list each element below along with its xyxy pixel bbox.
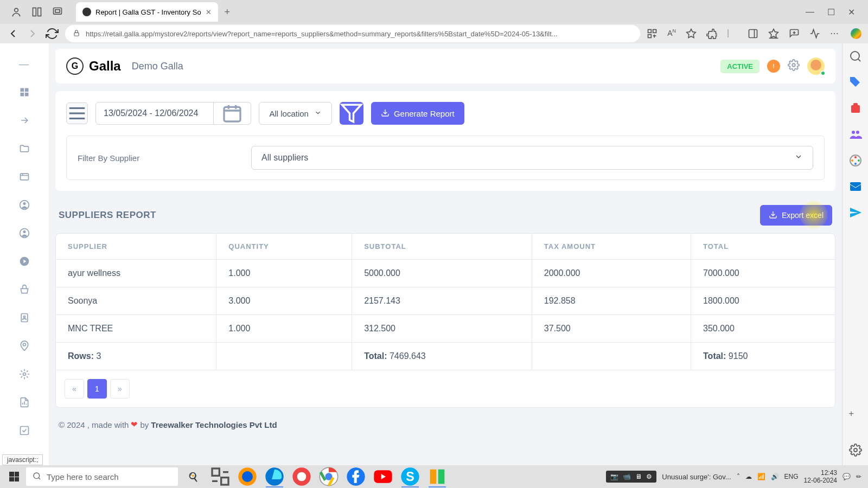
app-icon[interactable] xyxy=(647,28,658,39)
notification-icon[interactable]: 💬 xyxy=(843,473,851,480)
collapse-icon[interactable]: — xyxy=(19,59,30,69)
office-icon[interactable] xyxy=(849,154,862,167)
date-range-input[interactable]: 13/05/2024 - 12/06/2024 xyxy=(95,102,251,125)
svg-point-50 xyxy=(34,473,40,479)
tab-close-icon[interactable]: ✕ xyxy=(206,8,212,16)
media-icon[interactable] xyxy=(19,171,30,182)
date-range-text: 13/05/2024 - 12/06/2024 xyxy=(104,108,198,118)
maximize-icon[interactable]: ☐ xyxy=(827,7,835,17)
firefox-icon[interactable] xyxy=(237,466,258,487)
edge-icon[interactable] xyxy=(264,466,285,487)
tray-dark[interactable]: 📷 📹 🖥 ⚙ xyxy=(606,471,656,483)
record-icon[interactable] xyxy=(291,466,312,487)
page-next[interactable]: » xyxy=(110,379,130,399)
page-prev[interactable]: « xyxy=(65,379,84,399)
add-sidebar-icon[interactable]: + xyxy=(849,409,862,422)
location-icon[interactable] xyxy=(19,341,30,351)
tray-chevron-icon[interactable]: ˄ xyxy=(737,473,740,480)
url-text: https://retail.galla.app/mystorev2/repor… xyxy=(86,30,558,38)
chrome-icon[interactable] xyxy=(318,466,340,487)
pen-icon[interactable]: ✏ xyxy=(856,473,861,480)
svg-rect-4 xyxy=(55,10,60,12)
basket-icon[interactable] xyxy=(19,284,30,295)
refresh-icon[interactable] xyxy=(46,27,59,40)
check-icon[interactable] xyxy=(19,425,30,436)
minimize-icon[interactable]: — xyxy=(806,7,814,17)
svg-rect-29 xyxy=(25,88,29,92)
collections-icon[interactable] xyxy=(789,28,800,39)
notification-badge[interactable]: ! xyxy=(767,60,780,73)
volume-icon[interactable]: 🔊 xyxy=(771,473,779,480)
page-current[interactable]: 1 xyxy=(87,379,107,399)
copyright: © 2024 , made with xyxy=(59,420,129,429)
cooking-app-icon[interactable]: 🍳 xyxy=(182,466,204,487)
browser-tab[interactable]: Report | Galla GST - Inventory So ✕ xyxy=(76,2,218,22)
copilot-icon[interactable] xyxy=(851,28,861,39)
supplier-select[interactable]: All suppliers xyxy=(251,146,813,170)
tab-overview-icon[interactable] xyxy=(52,7,63,17)
tools-icon[interactable] xyxy=(849,102,862,115)
folder-icon[interactable] xyxy=(19,143,30,154)
people-icon[interactable] xyxy=(849,128,862,141)
location-text: All location xyxy=(269,109,309,118)
settings-icon[interactable] xyxy=(19,369,30,380)
menu-button[interactable] xyxy=(66,102,88,124)
favorite-icon[interactable] xyxy=(686,28,697,39)
shopping-tag-icon[interactable] xyxy=(849,76,862,89)
facebook-icon[interactable] xyxy=(345,466,367,487)
cell-quantity: 3.000 xyxy=(216,287,352,315)
footer: © 2024 , made with ❤ by Treewalker Techn… xyxy=(55,415,835,440)
user-icon[interactable] xyxy=(19,200,30,210)
export-excel-button[interactable]: Export excel xyxy=(760,205,832,226)
col-total: TOTAL xyxy=(691,234,835,260)
cloud-icon[interactable]: ☁ xyxy=(745,473,752,480)
datetime[interactable]: 12:43 12-06-2024 xyxy=(804,469,837,485)
gear-icon[interactable] xyxy=(788,59,800,73)
profile-icon[interactable] xyxy=(11,7,22,17)
svg-rect-26 xyxy=(850,182,861,191)
taskbar-search[interactable]: Type here to search xyxy=(26,467,178,486)
calendar-picker-icon[interactable] xyxy=(213,102,243,124)
arrow-icon[interactable] xyxy=(19,115,30,126)
filter-button[interactable] xyxy=(340,102,363,125)
performance-icon[interactable] xyxy=(809,28,820,39)
edge-sidebar: + xyxy=(842,43,868,465)
outlook-icon[interactable] xyxy=(849,180,862,193)
extension-icon[interactable] xyxy=(706,28,717,39)
sidebar-icon[interactable] xyxy=(748,28,758,39)
settings-sidebar-icon[interactable] xyxy=(849,444,862,457)
reports-icon[interactable] xyxy=(19,397,30,408)
report-title: SUPPLIERS REPORT xyxy=(59,210,156,221)
location-select[interactable]: All location xyxy=(259,102,332,125)
avatar[interactable] xyxy=(807,57,825,75)
skype-icon[interactable]: S xyxy=(399,466,421,487)
search-icon xyxy=(33,472,41,482)
company-link[interactable]: Treewalker Technologies Pvt Ltd xyxy=(151,420,277,429)
app-icon[interactable] xyxy=(426,466,448,487)
lang-indicator[interactable]: ENG xyxy=(784,473,799,480)
youtube-icon[interactable] xyxy=(372,466,394,487)
back-icon[interactable] xyxy=(7,27,20,40)
contacts-icon[interactable] xyxy=(19,312,30,323)
generate-report-button[interactable]: Generate Report xyxy=(371,102,464,125)
task-view-icon[interactable] xyxy=(209,466,231,487)
search-sidebar-icon[interactable] xyxy=(849,50,862,63)
close-window-icon[interactable]: ✕ xyxy=(848,7,855,17)
user2-icon[interactable] xyxy=(19,228,30,239)
split-icon[interactable]: | xyxy=(727,28,738,39)
new-tab-button[interactable]: + xyxy=(225,7,231,18)
favorites-bar-icon[interactable] xyxy=(768,28,779,39)
text-size-icon[interactable]: AN xyxy=(667,28,676,39)
send-icon[interactable] xyxy=(849,206,862,219)
controls-card: 13/05/2024 - 12/06/2024 All location Gen… xyxy=(55,91,835,191)
start-button[interactable] xyxy=(2,465,26,488)
more-icon[interactable]: ⋯ xyxy=(830,28,841,39)
url-input[interactable]: https://retail.galla.app/mystorev2/repor… xyxy=(65,25,640,42)
dashboard-icon[interactable] xyxy=(19,87,30,98)
svg-rect-1 xyxy=(33,8,36,16)
news-text[interactable]: Unusual surge': Gov... xyxy=(662,473,731,481)
svg-point-0 xyxy=(15,8,18,12)
wifi-icon[interactable]: 📶 xyxy=(757,473,765,480)
workspace-icon[interactable] xyxy=(31,7,42,17)
play-icon[interactable] xyxy=(19,256,30,267)
